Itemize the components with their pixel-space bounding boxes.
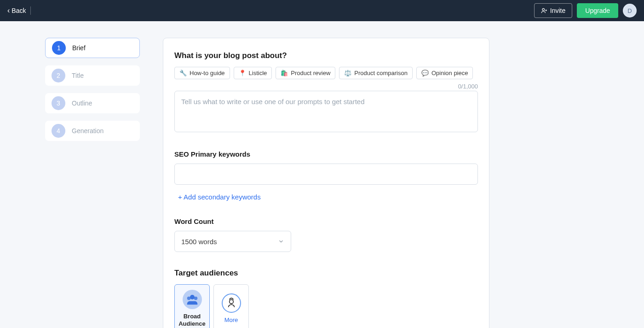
step-outline[interactable]: 3 Outline: [45, 93, 140, 113]
svg-point-4: [229, 299, 233, 304]
svg-point-1: [190, 295, 195, 299]
chip-label: How-to guide: [190, 70, 225, 76]
step-number: 3: [52, 96, 65, 110]
audience-broad-label: Broad Audience: [177, 313, 207, 327]
audience-more-label: More: [224, 316, 238, 323]
chip-label: Product review: [291, 70, 330, 76]
step-generation[interactable]: 4 Generation: [45, 121, 140, 141]
svg-point-0: [542, 8, 545, 11]
wordcount-value: 1500 words: [181, 238, 217, 246]
seo-primary-input[interactable]: [174, 164, 478, 185]
add-secondary-keywords-button[interactable]: + Add secondary keywords: [174, 193, 261, 201]
step-label: Generation: [72, 127, 104, 135]
audience-broad[interactable]: Broad Audience: [174, 284, 210, 328]
content: 1 Brief 2 Title 3 Outline 4 Generation W…: [0, 21, 644, 328]
step-label: Title: [72, 72, 84, 79]
step-number: 2: [52, 69, 65, 82]
chip-listicle[interactable]: 📍 Listicle: [234, 67, 272, 79]
back-label: Back: [12, 7, 26, 14]
step-label: Outline: [72, 100, 92, 107]
main-panel: What is your blog post about? 🔧 How-to g…: [163, 38, 489, 328]
topbar: Back Invite Upgrade D: [0, 0, 644, 21]
audience-row: Broad Audience More: [174, 284, 478, 328]
step-brief[interactable]: 1 Brief: [45, 38, 140, 58]
brief-textarea[interactable]: [174, 91, 478, 132]
shopping-icon: 🛍️: [281, 70, 288, 76]
person-icon: [222, 293, 241, 313]
user-plus-icon: [541, 7, 547, 14]
audience-section: Target audiences Broad Audience More: [163, 269, 489, 328]
step-label: Brief: [72, 44, 86, 52]
chip-label: Product comparison: [354, 70, 408, 76]
chip-howto[interactable]: 🔧 How-to guide: [174, 67, 230, 79]
chevron-down-icon: [278, 238, 284, 245]
chip-label: Listicle: [249, 70, 267, 76]
wordcount-select[interactable]: 1500 words: [174, 231, 291, 252]
seo-section: SEO Primary keywords + Add secondary key…: [163, 150, 489, 201]
wordcount-section: Word Count 1500 words: [163, 217, 489, 252]
svg-point-3: [194, 297, 197, 300]
pin-icon: 📍: [239, 70, 246, 76]
prompt-chips: 🔧 How-to guide 📍 Listicle 🛍️ Product rev…: [174, 67, 478, 79]
add-secondary-label: + Add secondary keywords: [178, 193, 261, 201]
brief-heading: What is your blog post about?: [174, 51, 478, 60]
group-icon: [183, 290, 202, 309]
wordcount-label: Word Count: [174, 217, 478, 225]
wrench-icon: 🔧: [179, 70, 187, 76]
step-number: 1: [52, 41, 66, 55]
speech-icon: 💬: [421, 70, 429, 76]
invite-button[interactable]: Invite: [534, 3, 572, 18]
scale-icon: ⚖️: [344, 70, 351, 76]
avatar[interactable]: D: [623, 4, 637, 18]
chip-product-comparison[interactable]: ⚖️ Product comparison: [339, 67, 413, 79]
chip-opinion-piece[interactable]: 💬 Opinion piece: [416, 67, 473, 79]
invite-label: Invite: [550, 7, 565, 14]
seo-label: SEO Primary keywords: [174, 150, 478, 158]
step-number: 4: [52, 124, 65, 138]
upgrade-label: Upgrade: [585, 7, 610, 14]
svg-point-2: [187, 297, 190, 300]
chip-label: Opinion piece: [431, 70, 468, 76]
avatar-initial: D: [627, 7, 632, 14]
topbar-right: Invite Upgrade D: [534, 3, 637, 18]
sidebar: 1 Brief 2 Title 3 Outline 4 Generation: [45, 38, 140, 141]
brief-section: What is your blog post about? 🔧 How-to g…: [163, 51, 489, 134]
char-counter: 0/1,000: [174, 83, 478, 90]
chip-product-review[interactable]: 🛍️ Product review: [276, 67, 335, 79]
audience-heading: Target audiences: [174, 269, 478, 278]
audience-more[interactable]: More: [213, 284, 249, 328]
back-button[interactable]: Back: [7, 6, 31, 15]
step-title[interactable]: 2 Title: [45, 65, 140, 86]
upgrade-button[interactable]: Upgrade: [577, 3, 618, 18]
